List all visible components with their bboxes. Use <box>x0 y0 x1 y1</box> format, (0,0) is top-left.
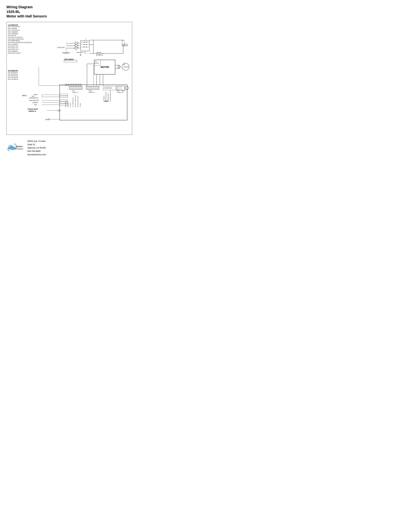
svg-rect-96 <box>103 86 116 90</box>
svg-text:EARTH GND: EARTH GND <box>76 52 83 53</box>
svg-text:TACH: TACH <box>32 95 35 97</box>
svg-text:L2: L2 <box>77 44 79 46</box>
svg-rect-126 <box>60 104 68 105</box>
svg-marker-10 <box>84 47 85 48</box>
svg-text:TP5 PEAK CURRENT LIMIT: TP5 PEAK CURRENT LIMIT <box>75 95 76 107</box>
svg-text:BUS CAP: BUS CAP <box>124 66 129 67</box>
svg-point-114 <box>125 86 129 90</box>
address-line5: servodynamics.com <box>28 153 46 156</box>
svg-text:TORQUE MODE: TORQUE MODE <box>28 108 38 110</box>
svg-text:TEST POINTS: TEST POINTS <box>64 58 74 60</box>
address-line2: Suite 10 <box>28 143 46 146</box>
svg-marker-13 <box>86 47 87 48</box>
wiring-diagram-svg: 150-260 VAC L1 L2 L3 + − EARTH GND <box>7 22 132 135</box>
company-logo: SERVO DYNAMICS <box>6 142 24 154</box>
svg-marker-8 <box>84 42 85 43</box>
svg-text:MOTOR: MOTOR <box>101 66 109 68</box>
svg-text:SIGNAL: SIGNAL <box>34 94 38 95</box>
svg-point-100 <box>110 87 112 89</box>
svg-text:PIN 1: PIN 1 <box>117 90 120 91</box>
svg-text:BLEEDER: BLEEDER <box>122 44 128 45</box>
svg-marker-12 <box>86 44 87 45</box>
svg-text:HALL: HALL <box>95 61 97 62</box>
svg-text:TP8: TP8 <box>45 119 48 120</box>
svg-rect-106 <box>117 86 125 90</box>
svg-text:L1: L1 <box>77 42 79 43</box>
svg-rect-124 <box>60 100 68 101</box>
svg-text:SENSORS: SENSORS <box>94 63 99 64</box>
svg-text:PEAK CURR LIMIT: PEAK CURR LIMIT <box>29 100 39 101</box>
svg-text:MDA 25: MDA 25 <box>97 52 101 53</box>
svg-text:DYNAMICS: DYNAMICS <box>15 148 23 150</box>
footer-address: 28231 Ave. Crocker Suite 10 Valencia, CA… <box>28 140 46 156</box>
svg-text:TP7 RMS: TP7 RMS <box>80 103 81 107</box>
svg-point-97 <box>104 87 106 89</box>
svg-text:TP2 SIGNAL: TP2 SIGNAL <box>68 102 69 107</box>
svg-text:SERVO: SERVO <box>17 146 23 148</box>
footer: SERVO DYNAMICS 28231 Ave. Crocker Suite … <box>6 140 131 156</box>
svg-text:COMPENSATION: COMPENSATION <box>29 97 38 98</box>
address-line3: Valencia, CA 91355 <box>28 146 46 150</box>
svg-text:CONN. J2: CONN. J2 <box>117 92 123 93</box>
address-line1: 28231 Ave. Crocker <box>28 140 46 143</box>
svg-text:POT S: POT S <box>22 95 27 96</box>
svg-rect-78 <box>86 86 99 89</box>
svg-point-99 <box>108 87 110 89</box>
svg-text:BALANCE: BALANCE <box>33 102 38 103</box>
svg-text:−     +: − + <box>123 62 125 64</box>
svg-text:JUMPER J3: JUMPER J3 <box>28 110 36 112</box>
svg-text:L3: L3 <box>77 47 79 48</box>
svg-text:LEDs: LEDs <box>104 100 108 102</box>
svg-text:FUSE: FUSE <box>97 54 101 55</box>
svg-rect-60 <box>69 86 82 89</box>
svg-marker-9 <box>84 44 85 45</box>
svg-text:+: + <box>85 38 86 40</box>
svg-text:PIN 1: PIN 1 <box>72 90 75 91</box>
svg-rect-122 <box>60 94 68 95</box>
svg-point-98 <box>106 87 108 89</box>
svg-rect-45 <box>64 60 77 62</box>
svg-rect-123 <box>60 96 68 97</box>
page-title: Wiring Diagram 1525-BL Motor with Hall S… <box>6 5 131 19</box>
svg-text:TP4 COMPENSATION: TP4 COMPENSATION <box>73 97 74 107</box>
svg-text:CONN. J4: CONN. J4 <box>89 92 95 93</box>
svg-text:TP3 TACH: TP3 TACH <box>70 103 71 107</box>
svg-text:TP6 TACH SIGNAL INPUT: TP6 TACH SIGNAL INPUT <box>77 96 78 107</box>
svg-text:−: − <box>85 53 86 55</box>
svg-rect-125 <box>60 102 68 103</box>
svg-text:PIN 5: PIN 5 <box>122 90 125 91</box>
svg-text:SURGE/GROUND FAULT: SURGE/GROUND FAULT <box>110 90 111 102</box>
diagram-area: J1 CONNECTOR PIN 1 +12V, 5mA OUT PIN 2 C… <box>6 22 132 135</box>
address-line4: 818-700-8600 <box>28 150 46 153</box>
svg-text:CONN. J1: CONN. J1 <box>72 92 78 93</box>
svg-text:RMS: RMS <box>34 104 37 105</box>
svg-text:150-260 VAC: 150-260 VAC <box>57 47 65 48</box>
svg-text:PIN 16: PIN 16 <box>89 90 92 91</box>
svg-marker-11 <box>86 42 87 43</box>
